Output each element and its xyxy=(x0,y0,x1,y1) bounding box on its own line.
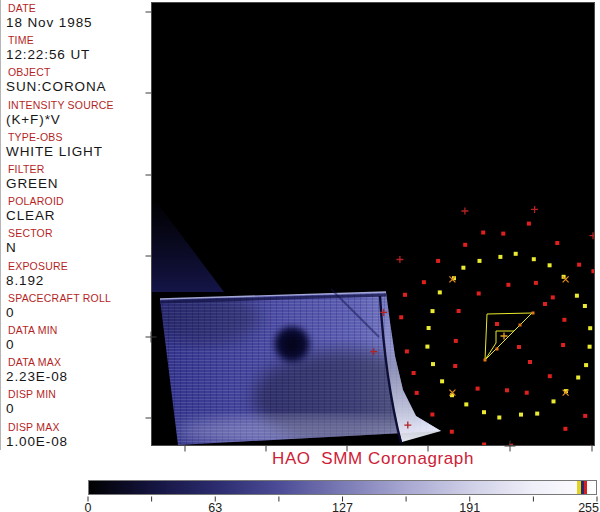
colorbar-tick-label: 127 xyxy=(332,501,353,512)
colorbar-tick-label: 191 xyxy=(459,501,480,512)
colorbar-stripe xyxy=(581,480,584,495)
colorbar-stripe xyxy=(584,480,587,495)
colorbar-gradient xyxy=(88,480,597,495)
colorbar-stripe xyxy=(577,480,581,495)
coronagraph-panel xyxy=(0,0,600,512)
colorbar-tick-label: 255 xyxy=(578,501,599,512)
occulter-spot xyxy=(271,323,313,365)
colorbar: 063127191255 xyxy=(0,478,600,512)
colorbar-tick-label: 0 xyxy=(85,501,92,512)
page-title: HAO SMM Coronagraph xyxy=(151,449,595,469)
colorbar-tick-label: 63 xyxy=(208,501,222,512)
